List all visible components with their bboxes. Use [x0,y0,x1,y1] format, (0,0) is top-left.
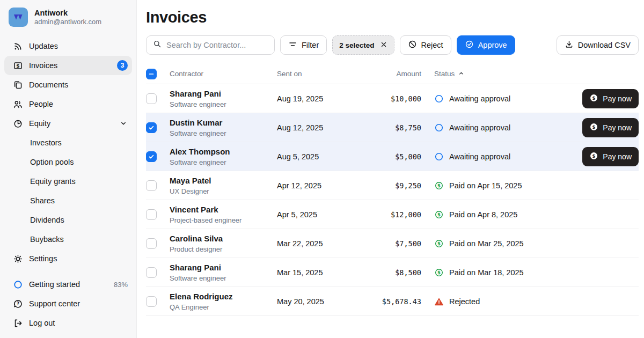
sidebar-item-documents[interactable]: Documents [4,75,132,94]
logout-icon [13,318,23,328]
search-input[interactable] [166,41,268,49]
status-cell: $ Paid on Mar 18, 2025 [421,268,579,277]
sidebar-item-equity-grants[interactable]: Equity grants [4,172,132,191]
dollar-icon: $ [589,93,598,104]
download-csv-button[interactable]: Download CSV [557,35,639,55]
status-label: Paid on Mar 18, 2025 [449,268,524,277]
antiwork-logo-icon [9,8,28,27]
rss-icon [13,41,23,52]
row-checkbox[interactable] [146,151,157,162]
status-paid-icon: $ [434,210,444,219]
contractor-role: Project-based engineer [170,216,277,224]
contractor-cell: Sharang Pani Software engineer [170,89,277,108]
equity-icon [13,119,23,129]
filter-icon [288,40,297,50]
sort-ascending-icon [458,70,465,78]
action-cell: $Pay now [582,147,639,166]
approve-button[interactable]: Approve [457,35,515,55]
table-row[interactable]: Sharang Pani Software engineer Aug 19, 2… [146,84,639,113]
row-checkbox[interactable] [146,238,157,249]
dollar-icon: $ [589,151,598,162]
sidebar-item-label: Getting started [29,280,80,289]
status-cell: Rejected [421,297,579,306]
status-label: Paid on Mar 25, 2025 [449,239,524,248]
sidebar-item-getting-started[interactable]: Getting started83% [4,275,132,294]
contractor-cell: Carolina Silva Product designer [170,234,277,253]
status-cell: $ Paid on Apr 8, 2025 [421,210,579,219]
workspace-profile[interactable]: Antiwork admin@antiwork.com [0,8,136,36]
close-icon[interactable] [380,41,387,50]
sidebar-item-invoices[interactable]: $Invoices3 [4,56,132,75]
status-label: Paid on Apr 15, 2025 [449,181,522,190]
sidebar-item-buybacks[interactable]: Buybacks [4,230,132,249]
pay-now-button[interactable]: $Pay now [582,89,639,108]
help-icon: ? [13,299,23,309]
sidebar-item-label: Support center [29,299,80,308]
amount-cell: $5,000 [395,152,421,161]
contractor-cell: Maya Patel UX Designer [170,176,277,195]
status-cell: $ Paid on Mar 25, 2025 [421,239,579,248]
sidebar-item-log-out[interactable]: Log out [4,313,132,333]
table-row[interactable]: Carolina Silva Product designer Mar 22, … [146,229,639,258]
reject-button[interactable]: Reject [400,35,451,55]
sent-on-cell: May 20, 2025 [277,297,368,306]
sidebar-nav: Updates$Invoices3DocumentsPeopleEquityIn… [0,36,136,268]
column-header-contractor: Contractor [170,70,277,78]
svg-text:$: $ [437,270,441,275]
sidebar-item-option-pools[interactable]: Option pools [4,152,132,172]
svg-text:$: $ [592,153,596,158]
sidebar-item-support-center[interactable]: ?Support center [4,294,132,313]
row-checkbox[interactable] [146,209,157,220]
sidebar: Antiwork admin@antiwork.com Updates$Invo… [0,0,137,338]
invoices-count-badge: 3 [117,60,128,71]
sidebar-item-shares[interactable]: Shares [4,191,132,210]
sidebar-item-settings[interactable]: Settings [4,249,132,268]
sidebar-item-people[interactable]: People [4,94,132,114]
contractor-cell: Vincent Park Project-based engineer [170,205,277,224]
table-row[interactable]: Maya Patel UX Designer Apr 12, 2025 $9,2… [146,171,639,200]
row-checkbox[interactable] [146,93,157,104]
people-icon [13,99,23,109]
row-checkbox[interactable] [146,296,157,307]
table-row[interactable]: Sharang Pani Software engineer Mar 15, 2… [146,258,639,287]
sidebar-item-updates[interactable]: Updates [4,36,132,56]
row-checkbox[interactable] [146,180,157,191]
search-input-wrap [146,35,275,55]
pay-now-button[interactable]: $Pay now [582,118,639,137]
contractor-role: Product designer [170,245,277,253]
status-awaiting-icon [434,152,444,161]
gear-icon [13,254,23,264]
sidebar-item-dividends[interactable]: Dividends [4,210,132,230]
select-all-checkbox[interactable] [146,69,157,79]
svg-text:$: $ [437,183,441,188]
row-checkbox[interactable] [146,122,157,133]
table-row[interactable]: Alex Thompson Software engineer Aug 5, 2… [146,142,639,171]
table-row[interactable]: Elena Rodriguez QA Engineer May 20, 2025… [146,287,639,316]
workspace-name: Antiwork [34,8,101,18]
sent-on-cell: Apr 12, 2025 [277,181,368,190]
sidebar-item-equity[interactable]: Equity [4,114,132,133]
approve-check-icon [465,40,474,50]
selection-chip[interactable]: 2 selected [332,35,394,55]
pay-now-button[interactable]: $Pay now [582,147,639,166]
sidebar-item-investors[interactable]: Investors [4,133,132,152]
column-header-sent-on: Sent on [277,70,368,78]
progress-icon [13,280,23,290]
amount-cell: $8,500 [395,268,421,277]
status-cell: $ Paid on Apr 15, 2025 [421,181,579,190]
filter-button[interactable]: Filter [280,35,327,55]
table-row[interactable]: Dustin Kumar Software engineer Aug 12, 2… [146,113,639,142]
sent-on-cell: Mar 22, 2025 [277,239,368,248]
svg-text:$: $ [592,95,596,100]
sidebar-item-label: Buybacks [30,235,64,244]
action-cell: $Pay now [582,118,639,137]
svg-text:?: ? [17,302,19,306]
row-checkbox[interactable] [146,267,157,278]
table-row[interactable]: Vincent Park Project-based engineer Apr … [146,200,639,229]
contractor-role: Software engineer [170,158,277,166]
documents-icon [13,80,23,90]
column-header-status[interactable]: Status [421,70,579,78]
sent-on-cell: Aug 12, 2025 [277,123,368,132]
sidebar-item-label: Investors [30,138,62,147]
sidebar-item-label: Log out [29,319,55,327]
